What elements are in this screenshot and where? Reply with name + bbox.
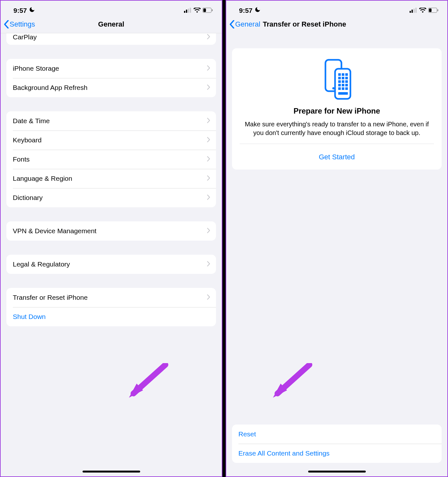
settings-group: iPhone Storage Background App Refresh	[6, 59, 216, 97]
status-time: 9:57	[13, 7, 27, 14]
row-transfer-reset[interactable]: Transfer or Reset iPhone	[6, 288, 216, 307]
row-label: Transfer or Reset iPhone	[13, 294, 207, 301]
row-fonts[interactable]: Fonts	[6, 150, 216, 169]
row-background-app-refresh[interactable]: Background App Refresh	[6, 78, 216, 97]
phone-general: 9:57 Settings General CarPlay	[0, 0, 222, 477]
card-body: Make sure everything's ready to transfer…	[240, 120, 434, 137]
svg-rect-22	[345, 77, 348, 79]
row-language-region[interactable]: Language & Region	[6, 169, 216, 188]
battery-icon	[428, 7, 438, 14]
home-indicator	[308, 471, 366, 473]
phone-transfer-reset: 9:57 General Transfer or Reset iPhone	[226, 0, 448, 477]
svg-rect-25	[345, 80, 348, 83]
svg-rect-0	[184, 11, 185, 13]
svg-rect-13	[437, 9, 438, 11]
nav-bar: General Transfer or Reset iPhone	[226, 17, 447, 33]
battery-icon	[203, 7, 213, 14]
chevron-right-icon	[207, 194, 210, 202]
settings-group: Date & Time Keyboard Fonts Language & Re…	[6, 111, 216, 207]
svg-point-15	[332, 87, 334, 90]
row-dictionary[interactable]: Dictionary	[6, 188, 216, 207]
row-label: Background App Refresh	[13, 84, 207, 91]
row-label: Date & Time	[13, 117, 207, 125]
row-erase-all[interactable]: Erase All Content and Settings	[232, 444, 442, 463]
svg-rect-7	[410, 11, 411, 13]
svg-rect-18	[342, 73, 344, 76]
svg-rect-6	[212, 9, 213, 11]
chevron-right-icon	[207, 155, 210, 163]
dnd-moon-icon	[29, 6, 35, 14]
settings-group: Transfer or Reset iPhone Shut Down	[6, 288, 216, 326]
back-label: Settings	[10, 20, 35, 28]
chevron-right-icon	[207, 227, 210, 235]
row-keyboard[interactable]: Keyboard	[6, 131, 216, 150]
chevron-right-icon	[207, 294, 210, 301]
svg-rect-20	[338, 77, 341, 79]
row-label: Reset	[238, 430, 436, 438]
row-label: Legal & Regulatory	[13, 260, 207, 268]
row-carplay[interactable]: CarPlay	[6, 33, 216, 45]
svg-rect-28	[345, 84, 348, 86]
back-label: General	[235, 20, 260, 28]
row-label: Shut Down	[13, 313, 210, 321]
wifi-icon	[419, 7, 426, 14]
settings-group: CarPlay	[6, 33, 216, 45]
row-shut-down[interactable]: Shut Down	[6, 307, 216, 326]
row-date-time[interactable]: Date & Time	[6, 111, 216, 131]
transfer-phones-icon	[321, 59, 353, 100]
settings-group: VPN & Device Management	[6, 221, 216, 241]
svg-rect-17	[338, 73, 341, 76]
row-label: Fonts	[13, 155, 207, 163]
chevron-right-icon	[207, 260, 210, 268]
svg-rect-3	[190, 8, 191, 13]
status-time: 9:57	[239, 7, 252, 14]
back-button[interactable]: General	[229, 20, 260, 28]
svg-rect-2	[188, 9, 189, 13]
svg-rect-27	[342, 84, 344, 86]
status-bar: 9:57	[226, 1, 447, 17]
chevron-right-icon	[207, 84, 210, 91]
svg-rect-29	[338, 87, 341, 90]
svg-rect-12	[429, 8, 432, 12]
dnd-moon-icon	[254, 6, 261, 14]
svg-rect-9	[413, 9, 415, 13]
chevron-right-icon	[207, 33, 210, 41]
cellular-signal-icon	[410, 7, 417, 14]
svg-rect-24	[342, 80, 344, 83]
chevron-right-icon	[207, 117, 210, 125]
row-label: iPhone Storage	[13, 65, 207, 72]
svg-rect-5	[204, 8, 206, 12]
svg-rect-19	[345, 73, 348, 76]
status-bar: 9:57	[1, 1, 222, 17]
svg-rect-26	[338, 84, 341, 86]
chevron-right-icon	[207, 175, 210, 182]
svg-rect-10	[415, 8, 417, 13]
svg-rect-31	[345, 87, 348, 90]
row-reset[interactable]: Reset	[232, 425, 442, 444]
row-label: CarPlay	[13, 33, 207, 41]
reset-group: Reset Erase All Content and Settings	[232, 425, 442, 463]
row-label: VPN & Device Management	[13, 227, 207, 235]
home-indicator	[83, 471, 140, 473]
card-title: Prepare for New iPhone	[240, 107, 434, 115]
back-button[interactable]: Settings	[4, 20, 35, 28]
row-label: Language & Region	[13, 175, 207, 182]
get-started-button[interactable]: Get Started	[240, 144, 434, 170]
row-legal-regulatory[interactable]: Legal & Regulatory	[6, 255, 216, 274]
chevron-right-icon	[207, 136, 210, 144]
svg-rect-23	[338, 80, 341, 83]
row-label: Keyboard	[13, 136, 207, 144]
settings-group: Legal & Regulatory	[6, 255, 216, 274]
row-label: Dictionary	[13, 194, 207, 202]
chevron-right-icon	[207, 65, 210, 72]
svg-rect-8	[412, 10, 413, 13]
page-title: Transfer or Reset iPhone	[263, 20, 346, 28]
row-iphone-storage[interactable]: iPhone Storage	[6, 59, 216, 78]
svg-rect-21	[342, 77, 344, 79]
row-vpn-device-management[interactable]: VPN & Device Management	[6, 221, 216, 241]
prepare-card: Prepare for New iPhone Make sure everyth…	[232, 48, 442, 170]
svg-rect-30	[342, 87, 344, 90]
wifi-icon	[194, 7, 201, 14]
svg-rect-1	[186, 10, 187, 13]
nav-bar: Settings General	[1, 17, 222, 33]
